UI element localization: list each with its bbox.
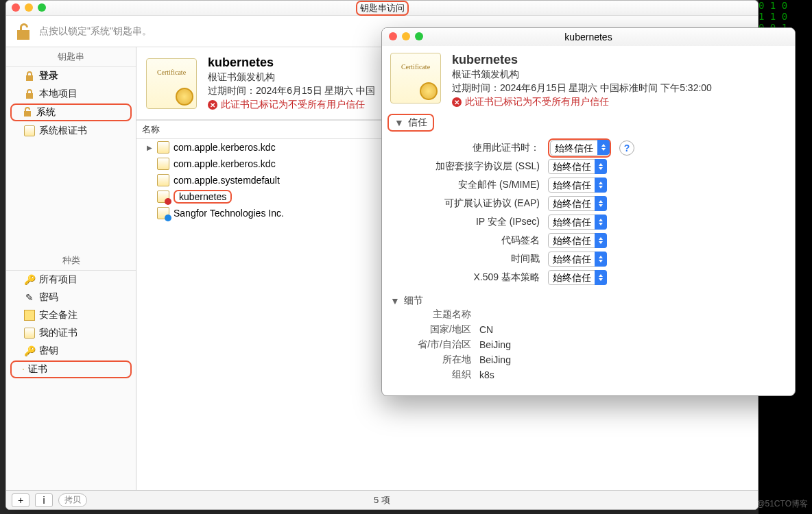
error-icon: ✕ <box>208 100 217 110</box>
cert-warning: ✕此证书已标记为不受所有用户信任 <box>452 96 712 108</box>
detail-row: 组织k8s <box>390 367 785 382</box>
minimize-icon[interactable] <box>25 3 33 12</box>
key-icon: 🔑 <box>24 345 35 356</box>
cert-role: 根证书颁发机构 <box>208 71 375 84</box>
window-title: 钥匙串访问 <box>356 1 409 16</box>
item-count: 5 项 <box>6 494 758 506</box>
trust-select[interactable]: 始终信任 <box>548 215 607 230</box>
chevron-down-icon: ▼ <box>390 295 400 306</box>
sidebar-item-keys[interactable]: 🔑密钥 <box>6 342 136 360</box>
cert-icon <box>157 191 169 203</box>
select-arrow-icon <box>595 159 607 174</box>
minimize-icon[interactable] <box>402 32 410 40</box>
sidebar-item-passwords[interactable]: ✎密码 <box>6 289 136 306</box>
sidebar-item-notes[interactable]: 安全备注 <box>6 306 136 324</box>
trust-label: 使用此证书时： <box>390 142 548 154</box>
subject-title: 主题名称 <box>390 308 479 321</box>
traffic-lights[interactable] <box>389 32 423 40</box>
trust-select[interactable]: 始终信任 <box>548 196 607 211</box>
select-arrow-icon <box>595 178 607 193</box>
cert-icon <box>24 125 35 136</box>
footer: + i 拷贝 5 项 <box>6 490 758 509</box>
cert-icon <box>24 328 35 339</box>
note-icon <box>24 310 35 321</box>
cert-name: kubernetes <box>208 56 375 70</box>
keys-icon: 🔑 <box>24 274 35 285</box>
trust-select[interactable]: 始终信任 <box>548 233 607 248</box>
trust-row-main: 使用此证书时： 始终信任 ? <box>390 138 785 157</box>
dialog-title: kubernetes <box>564 32 612 42</box>
select-arrow-icon <box>595 233 607 248</box>
cert-name: kubernetes <box>452 53 712 67</box>
certificate-icon <box>390 53 441 103</box>
details-disclosure[interactable]: ▼细节 <box>390 295 785 307</box>
chevron-down-icon: ▼ <box>394 117 404 128</box>
close-icon[interactable] <box>389 32 397 40</box>
cert-expiry: 过期时间：2024年6月15日 星期六 中国 <box>208 85 375 97</box>
watermark: @51CTO博客 <box>756 498 808 510</box>
trust-row: 时间戳始终信任 <box>390 249 785 268</box>
lock-icon <box>25 71 34 82</box>
dialog-titlebar[interactable]: kubernetes <box>382 28 795 46</box>
trust-disclosure[interactable]: ▼信任 <box>387 114 434 132</box>
zoom-icon[interactable] <box>415 32 423 40</box>
trust-select[interactable]: 始终信任 <box>548 178 607 193</box>
select-arrow-icon <box>595 270 607 285</box>
cert-icon <box>157 174 169 186</box>
select-arrow-icon <box>595 215 607 230</box>
cert-warning: ✕此证书已标记为不受所有用户信任 <box>208 99 375 111</box>
sidebar-group-keychains: 钥匙串 <box>6 47 136 67</box>
close-icon[interactable] <box>12 3 20 12</box>
traffic-lights[interactable] <box>12 3 46 12</box>
trust-row: IP 安全 (IPsec)始终信任 <box>390 212 785 231</box>
sidebar-group-categories: 种类 <box>6 251 136 271</box>
detail-row: 国家/地区CN <box>390 322 785 337</box>
trust-select[interactable]: 始终信任 <box>548 270 607 285</box>
sidebar-item-all[interactable]: 🔑所有项目 <box>6 271 136 289</box>
disclosure-icon[interactable]: ▶ <box>146 144 153 151</box>
cert-icon <box>157 207 169 219</box>
cert-icon <box>23 369 24 370</box>
select-arrow-icon <box>595 252 607 267</box>
trust-row: 安全邮件 (S/MIME)始终信任 <box>390 175 785 194</box>
cert-expiry: 过期时间：2024年6月15日 星期六 中国标准时间 下午5:32:00 <box>452 82 712 95</box>
sidebar-item-certificates[interactable]: 证书 <box>10 360 132 378</box>
cert-role: 根证书颁发机构 <box>452 69 712 81</box>
help-button[interactable]: ? <box>619 140 634 156</box>
trust-select[interactable]: 始终信任 <box>548 159 607 174</box>
sidebar-item-local[interactable]: 本地项目 <box>6 85 136 103</box>
select-arrow-icon <box>597 140 610 155</box>
trust-row: 可扩展认证协议 (EAP)始终信任 <box>390 194 785 212</box>
sidebar: 钥匙串 登录 本地项目 系统 系统根证书 种类 🔑所有项目 ✎密码 安全备注 我… <box>6 47 136 490</box>
cert-icon <box>157 158 169 170</box>
trust-select[interactable]: 始终信任 <box>548 252 607 267</box>
sidebar-item-login[interactable]: 登录 <box>6 67 136 85</box>
error-icon: ✕ <box>452 97 462 107</box>
unlock-icon <box>23 106 32 117</box>
certificate-icon <box>146 58 197 109</box>
trust-row: 代码签名始终信任 <box>390 231 785 249</box>
certificate-dialog: kubernetes kubernetes 根证书颁发机构 过期时间：2024年… <box>381 27 796 396</box>
cert-icon <box>157 141 169 154</box>
lock-hint: 点按以锁定"系统"钥匙串。 <box>39 25 152 38</box>
trust-row: 加密套接字协议层 (SSL)始终信任 <box>390 157 785 175</box>
detail-row: 省/市/自治区BeiJing <box>390 337 785 352</box>
lock-icon <box>25 88 34 99</box>
zoom-icon[interactable] <box>38 3 46 12</box>
select-arrow-icon <box>595 196 607 211</box>
sidebar-item-system-roots[interactable]: 系统根证书 <box>6 122 136 140</box>
sidebar-item-mycerts[interactable]: 我的证书 <box>6 324 136 342</box>
main-titlebar[interactable]: 钥匙串访问 <box>6 1 758 16</box>
pencil-icon: ✎ <box>24 292 35 303</box>
unlock-icon <box>16 22 32 41</box>
trust-select-main[interactable]: 始终信任 <box>548 138 611 158</box>
detail-row: 所在地BeiJing <box>390 352 785 367</box>
trust-row: X.509 基本策略始终信任 <box>390 268 785 286</box>
sidebar-item-system[interactable]: 系统 <box>10 103 132 121</box>
